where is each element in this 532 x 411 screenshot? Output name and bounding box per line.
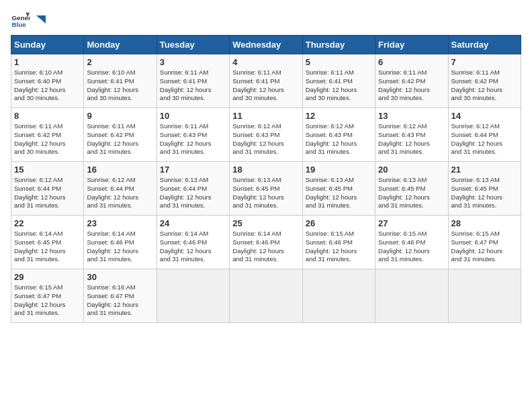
weekday-header-monday: Monday <box>84 36 157 54</box>
calendar-day-cell <box>375 269 448 323</box>
day-info: Sunrise: 6:11 AMSunset: 6:42 PMDaylight:… <box>14 122 81 156</box>
calendar-day-cell: 15Sunrise: 6:12 AMSunset: 6:44 PMDayligh… <box>11 162 84 216</box>
calendar-day-cell: 29Sunrise: 6:15 AMSunset: 6:47 PMDayligh… <box>11 269 84 323</box>
day-info: Sunrise: 6:14 AMSunset: 6:46 PMDaylight:… <box>160 230 226 264</box>
day-number: 21 <box>451 165 518 175</box>
day-number: 23 <box>87 218 153 228</box>
calendar-day-cell: 16Sunrise: 6:12 AMSunset: 6:44 PMDayligh… <box>84 162 157 216</box>
calendar-day-cell: 30Sunrise: 6:16 AMSunset: 6:47 PMDayligh… <box>84 269 157 323</box>
day-number: 16 <box>87 165 153 175</box>
day-info: Sunrise: 6:13 AMSunset: 6:45 PMDaylight:… <box>306 176 372 210</box>
calendar-day-cell: 19Sunrise: 6:13 AMSunset: 6:45 PMDayligh… <box>302 162 375 216</box>
calendar-day-cell: 26Sunrise: 6:15 AMSunset: 6:46 PMDayligh… <box>302 216 375 269</box>
day-info: Sunrise: 6:14 AMSunset: 6:45 PMDaylight:… <box>14 230 81 264</box>
calendar-week-row: 22Sunrise: 6:14 AMSunset: 6:45 PMDayligh… <box>11 216 521 269</box>
day-number: 12 <box>306 111 372 121</box>
calendar-day-cell: 8Sunrise: 6:11 AMSunset: 6:42 PMDaylight… <box>11 108 84 162</box>
day-info: Sunrise: 6:15 AMSunset: 6:46 PMDaylight:… <box>306 230 372 264</box>
logo-icon: General Blue <box>11 11 30 30</box>
calendar-day-cell: 10Sunrise: 6:11 AMSunset: 6:43 PMDayligh… <box>157 108 229 162</box>
day-number: 17 <box>160 165 226 175</box>
calendar-day-cell: 9Sunrise: 6:11 AMSunset: 6:42 PMDaylight… <box>84 108 157 162</box>
calendar-day-cell: 6Sunrise: 6:11 AMSunset: 6:42 PMDaylight… <box>375 54 448 108</box>
day-info: Sunrise: 6:13 AMSunset: 6:45 PMDaylight:… <box>378 176 445 210</box>
day-number: 30 <box>87 272 153 282</box>
day-number: 7 <box>451 57 518 67</box>
day-number: 29 <box>14 272 81 282</box>
svg-marker-3 <box>36 15 46 24</box>
day-info: Sunrise: 6:11 AMSunset: 6:41 PMDaylight:… <box>160 68 226 103</box>
calendar-day-cell: 2Sunrise: 6:10 AMSunset: 6:41 PMDaylight… <box>84 54 157 108</box>
weekday-header-sunday: Sunday <box>11 36 84 54</box>
weekday-header-wednesday: Wednesday <box>230 36 302 54</box>
weekday-header-saturday: Saturday <box>448 36 521 54</box>
calendar-day-cell: 3Sunrise: 6:11 AMSunset: 6:41 PMDaylight… <box>157 54 229 108</box>
calendar-day-cell: 12Sunrise: 6:12 AMSunset: 6:43 PMDayligh… <box>302 108 375 162</box>
calendar-day-cell: 23Sunrise: 6:14 AMSunset: 6:46 PMDayligh… <box>84 216 157 269</box>
day-number: 9 <box>87 111 153 121</box>
day-number: 1 <box>14 57 81 67</box>
calendar-day-cell: 11Sunrise: 6:12 AMSunset: 6:43 PMDayligh… <box>230 108 302 162</box>
page-header: General Blue <box>11 11 521 30</box>
calendar-day-cell <box>230 269 302 323</box>
day-info: Sunrise: 6:12 AMSunset: 6:44 PMDaylight:… <box>451 122 518 156</box>
svg-text:Blue: Blue <box>11 21 26 28</box>
calendar-day-cell: 4Sunrise: 6:11 AMSunset: 6:41 PMDaylight… <box>230 54 302 108</box>
day-number: 13 <box>378 111 445 121</box>
day-info: Sunrise: 6:11 AMSunset: 6:42 PMDaylight:… <box>451 68 518 103</box>
day-number: 2 <box>87 57 153 67</box>
day-number: 3 <box>160 57 226 67</box>
weekday-header-tuesday: Tuesday <box>157 36 229 54</box>
calendar-day-cell: 24Sunrise: 6:14 AMSunset: 6:46 PMDayligh… <box>157 216 229 269</box>
day-number: 20 <box>378 165 445 175</box>
calendar-day-cell: 13Sunrise: 6:12 AMSunset: 6:43 PMDayligh… <box>375 108 448 162</box>
day-info: Sunrise: 6:13 AMSunset: 6:45 PMDaylight:… <box>451 176 518 210</box>
day-info: Sunrise: 6:12 AMSunset: 6:44 PMDaylight:… <box>14 176 81 210</box>
day-number: 15 <box>14 165 81 175</box>
day-number: 27 <box>378 218 445 228</box>
day-info: Sunrise: 6:14 AMSunset: 6:46 PMDaylight:… <box>87 230 153 264</box>
day-number: 6 <box>378 57 445 67</box>
day-number: 25 <box>232 218 299 228</box>
day-info: Sunrise: 6:11 AMSunset: 6:43 PMDaylight:… <box>160 122 226 156</box>
day-info: Sunrise: 6:11 AMSunset: 6:41 PMDaylight:… <box>306 68 372 103</box>
calendar-day-cell: 17Sunrise: 6:13 AMSunset: 6:44 PMDayligh… <box>157 162 229 216</box>
calendar-week-row: 15Sunrise: 6:12 AMSunset: 6:44 PMDayligh… <box>11 162 521 216</box>
day-number: 10 <box>160 111 226 121</box>
logo-triangle-icon <box>34 14 46 26</box>
calendar-table: SundayMondayTuesdayWednesdayThursdayFrid… <box>11 35 521 323</box>
calendar-day-cell: 28Sunrise: 6:15 AMSunset: 6:47 PMDayligh… <box>448 216 521 269</box>
day-info: Sunrise: 6:14 AMSunset: 6:46 PMDaylight:… <box>232 230 299 264</box>
day-info: Sunrise: 6:12 AMSunset: 6:44 PMDaylight:… <box>87 176 153 210</box>
calendar-day-cell: 18Sunrise: 6:13 AMSunset: 6:45 PMDayligh… <box>230 162 302 216</box>
calendar-day-cell <box>157 269 229 323</box>
calendar-day-cell: 20Sunrise: 6:13 AMSunset: 6:45 PMDayligh… <box>375 162 448 216</box>
day-number: 28 <box>451 218 518 228</box>
calendar-day-cell: 25Sunrise: 6:14 AMSunset: 6:46 PMDayligh… <box>230 216 302 269</box>
calendar-day-cell <box>448 269 521 323</box>
calendar-week-row: 29Sunrise: 6:15 AMSunset: 6:47 PMDayligh… <box>11 269 521 323</box>
calendar-week-row: 8Sunrise: 6:11 AMSunset: 6:42 PMDaylight… <box>11 108 521 162</box>
calendar-day-cell: 14Sunrise: 6:12 AMSunset: 6:44 PMDayligh… <box>448 108 521 162</box>
day-number: 26 <box>306 218 372 228</box>
day-info: Sunrise: 6:11 AMSunset: 6:41 PMDaylight:… <box>232 68 299 103</box>
day-number: 14 <box>451 111 518 121</box>
day-number: 19 <box>306 165 372 175</box>
calendar-day-cell: 21Sunrise: 6:13 AMSunset: 6:45 PMDayligh… <box>448 162 521 216</box>
calendar-day-cell: 1Sunrise: 6:10 AMSunset: 6:40 PMDaylight… <box>11 54 84 108</box>
calendar-day-cell: 7Sunrise: 6:11 AMSunset: 6:42 PMDaylight… <box>448 54 521 108</box>
day-info: Sunrise: 6:15 AMSunset: 6:46 PMDaylight:… <box>378 230 445 264</box>
day-number: 4 <box>232 57 299 67</box>
day-info: Sunrise: 6:12 AMSunset: 6:43 PMDaylight:… <box>378 122 445 156</box>
day-info: Sunrise: 6:11 AMSunset: 6:42 PMDaylight:… <box>87 122 153 156</box>
calendar-day-cell <box>302 269 375 323</box>
calendar-week-row: 1Sunrise: 6:10 AMSunset: 6:40 PMDaylight… <box>11 54 521 108</box>
calendar-header-row: SundayMondayTuesdayWednesdayThursdayFrid… <box>11 36 521 54</box>
day-info: Sunrise: 6:11 AMSunset: 6:42 PMDaylight:… <box>378 68 445 103</box>
day-info: Sunrise: 6:12 AMSunset: 6:43 PMDaylight:… <box>306 122 372 156</box>
day-info: Sunrise: 6:15 AMSunset: 6:47 PMDaylight:… <box>14 283 81 318</box>
calendar-day-cell: 22Sunrise: 6:14 AMSunset: 6:45 PMDayligh… <box>11 216 84 269</box>
weekday-header-thursday: Thursday <box>302 36 375 54</box>
day-number: 11 <box>232 111 299 121</box>
day-info: Sunrise: 6:13 AMSunset: 6:44 PMDaylight:… <box>160 176 226 210</box>
